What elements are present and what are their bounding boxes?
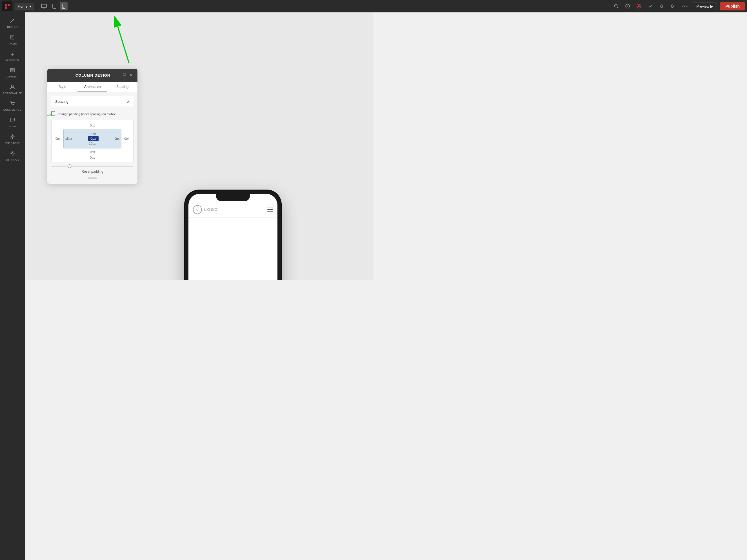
reset-padding-link[interactable]: Reset padding	[51, 170, 133, 174]
pd-left-value: 0px	[54, 137, 62, 140]
sidebar-item-ecommerce[interactable]: ECOMMERCE	[2, 98, 23, 114]
sidebar-item-label: APP STORE	[4, 142, 20, 145]
logo-text: LOGO	[204, 207, 218, 212]
mobile-view-button[interactable]	[60, 2, 68, 10]
sidebar-item-settings[interactable]: SETTINGS	[2, 148, 23, 164]
sidebar-item-label: WIDGETS	[6, 58, 19, 61]
desktop-view-button[interactable]	[39, 2, 49, 10]
tab-spacing[interactable]: Spacing	[107, 82, 137, 92]
device-switcher	[39, 2, 68, 10]
svg-point-31	[11, 152, 13, 154]
blog-icon	[10, 118, 15, 124]
sidebar-item-label: DESIGN	[7, 26, 18, 28]
svg-rect-22	[10, 69, 15, 72]
pd-inner: 15px 15px 0px 15px	[63, 129, 122, 149]
sidebar-item-content[interactable]: CONTENT	[2, 65, 23, 81]
svg-point-27	[13, 104, 14, 105]
pd-middle-row: 0px 15px 15px 0px 15px 0px	[54, 129, 131, 149]
svg-point-26	[12, 104, 13, 105]
spacing-label: Spacing	[55, 99, 69, 104]
sidebar-item-pages[interactable]: PAGES	[2, 32, 23, 48]
sidebar-item-label: CONTENT	[6, 75, 19, 78]
mobile-icon	[51, 111, 55, 117]
hamburger-menu[interactable]	[267, 208, 273, 211]
gear-icon	[10, 134, 15, 141]
panel-settings-icon[interactable]	[123, 73, 127, 78]
phone-screen: L LOGO New Button	[188, 194, 278, 280]
panel-body: Spacing ∧ Change padding (inner spacing)…	[47, 93, 137, 184]
pd-right-value: 0px	[123, 137, 131, 140]
svg-rect-0	[5, 4, 7, 6]
panel-tabs: Style Animation Spacing	[47, 82, 137, 93]
pd-inner-right-value: 0px	[114, 137, 120, 140]
phone-body: New Button	[188, 218, 278, 280]
sidebar-item-appstore[interactable]: APP STORE	[2, 131, 23, 147]
sidebar-item-design[interactable]: DESIGN	[2, 15, 23, 31]
phone-notch	[216, 194, 250, 201]
svg-line-17	[10, 22, 11, 23]
column-design-panel: COLUMN DESIGN ✕ Style Animation Spacing	[47, 69, 137, 184]
panel-header-icons: ✕	[123, 73, 133, 78]
plus-icon: +	[10, 51, 14, 57]
sidebar-item-widgets[interactable]: + WIDGETS	[2, 48, 23, 64]
top-bar: Home ▾ i </> Pr	[0, 0, 374, 12]
pd-inner-top-value: 15px	[89, 132, 96, 135]
app-logo	[2, 1, 12, 11]
collapse-icon: ∧	[127, 99, 130, 104]
panel-drag-handle	[51, 175, 133, 180]
content-icon	[10, 68, 15, 74]
spacing-section-header[interactable]: Spacing ∧	[51, 96, 133, 106]
sidebar-item-blog[interactable]: BLOG	[2, 114, 23, 131]
close-icon[interactable]: ✕	[129, 73, 133, 78]
pd-bottom-value: 0px	[90, 150, 95, 154]
cart-icon	[10, 101, 15, 107]
slider-track[interactable]	[51, 166, 133, 167]
panel-title: COLUMN DESIGN	[63, 73, 123, 77]
drag-handle	[88, 177, 97, 179]
sidebar-item-label: SETTINGS	[5, 158, 19, 161]
sidebar-item-label: PAGES	[8, 42, 17, 45]
pd-outer: 0px 0px 15px 15px 0px 15px 0px	[54, 123, 131, 160]
tablet-view-button[interactable]	[50, 2, 58, 10]
design-icon	[10, 18, 15, 25]
svg-rect-2	[5, 6, 7, 9]
sidebar-item-personalize[interactable]: PERSONALIZE	[2, 81, 23, 98]
pd-inner-left-value: 15px	[66, 137, 72, 140]
page-selector[interactable]: Home ▾	[15, 3, 34, 10]
svg-rect-1	[8, 4, 10, 6]
tab-animation[interactable]: Animation	[77, 82, 108, 92]
padding-inner-input[interactable]	[88, 136, 99, 141]
sidebar-item-label: ECOMMERCE	[3, 108, 21, 111]
logo-letter: L	[196, 208, 199, 212]
svg-point-33	[124, 74, 125, 76]
panel-header: COLUMN DESIGN ✕	[47, 69, 137, 82]
pd-top-value: 0px	[90, 123, 95, 128]
chevron-down-icon: ▾	[29, 4, 31, 8]
mobile-padding-label: Change padding (inner spacing) on mobile	[57, 112, 116, 116]
slider-row	[51, 166, 133, 167]
phone-logo-area: L LOGO	[193, 205, 218, 214]
svg-point-25	[11, 85, 14, 87]
svg-point-7	[54, 8, 55, 8]
mobile-padding-row: Change padding (inner spacing) on mobile	[51, 109, 133, 120]
sidebar-item-label: BLOG	[8, 125, 16, 128]
phone-frame: L LOGO New Button	[185, 190, 281, 280]
sidebar: DESIGN PAGES + WIDGETS CONTENT PERSONALI…	[0, 12, 25, 280]
pd-inner-bottom-value: 15px	[89, 142, 96, 145]
person-icon	[10, 84, 15, 91]
slider-thumb[interactable]	[68, 164, 72, 168]
svg-rect-3	[42, 4, 47, 8]
settings-icon	[10, 151, 15, 157]
pd-outer-bottom-label: 0px	[90, 155, 95, 160]
phone-logo-circle: L	[193, 205, 202, 214]
page-selector-label: Home	[18, 4, 28, 8]
phone-container: L LOGO New Button	[93, 190, 374, 280]
arrow-top	[106, 15, 140, 67]
tab-style[interactable]: Style	[47, 82, 77, 92]
main-canvas: COLUMN DESIGN ✕ Style Animation Spacing	[25, 12, 374, 280]
padding-diagram: 0px 0px 15px 15px 0px 15px 0px	[51, 120, 133, 162]
sidebar-item-label: PERSONALIZE	[3, 92, 22, 95]
pages-icon	[10, 35, 15, 41]
